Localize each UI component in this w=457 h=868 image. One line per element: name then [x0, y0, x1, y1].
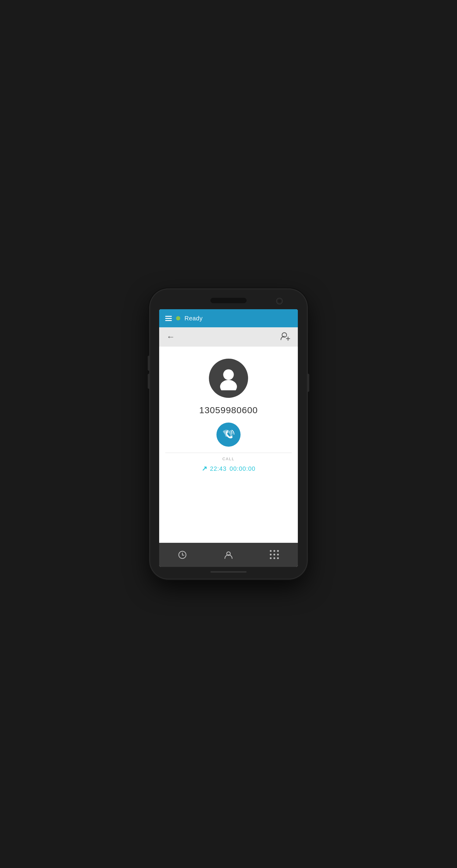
- volume-up-button[interactable]: [148, 355, 150, 371]
- sub-header: ←: [159, 327, 298, 347]
- svg-point-3: [223, 369, 234, 380]
- svg-point-4: [220, 380, 237, 390]
- speaker: [210, 298, 247, 303]
- back-button[interactable]: ←: [166, 333, 175, 341]
- call-button[interactable]: [216, 423, 241, 447]
- screen: Ready ← 13: [159, 309, 298, 567]
- outgoing-call-icon: ↗: [202, 465, 207, 472]
- nav-history[interactable]: [159, 550, 205, 560]
- home-indicator: [210, 571, 247, 572]
- call-time: 22:43: [210, 465, 227, 472]
- front-camera: [276, 298, 283, 304]
- add-contact-button[interactable]: [280, 331, 291, 343]
- divider: [165, 453, 292, 453]
- top-bar: Ready: [159, 309, 298, 327]
- phone-number: 13059980600: [199, 405, 258, 415]
- bottom-nav: [159, 543, 298, 567]
- call-duration: 00:00:00: [230, 465, 256, 472]
- menu-button[interactable]: [165, 316, 172, 321]
- power-button[interactable]: [307, 374, 309, 392]
- call-info-row: ↗ 22:43 00:00:00: [202, 465, 256, 472]
- status-label: Ready: [184, 315, 203, 322]
- volume-down-button[interactable]: [148, 374, 150, 389]
- main-content: 13059980600 C: [159, 347, 298, 543]
- call-label: CALL: [222, 457, 235, 461]
- nav-contacts[interactable]: [205, 550, 251, 560]
- nav-dialpad[interactable]: [252, 550, 298, 560]
- phone-shell: Ready ← 13: [150, 289, 307, 579]
- status-dot: [176, 316, 180, 320]
- avatar: [209, 359, 248, 398]
